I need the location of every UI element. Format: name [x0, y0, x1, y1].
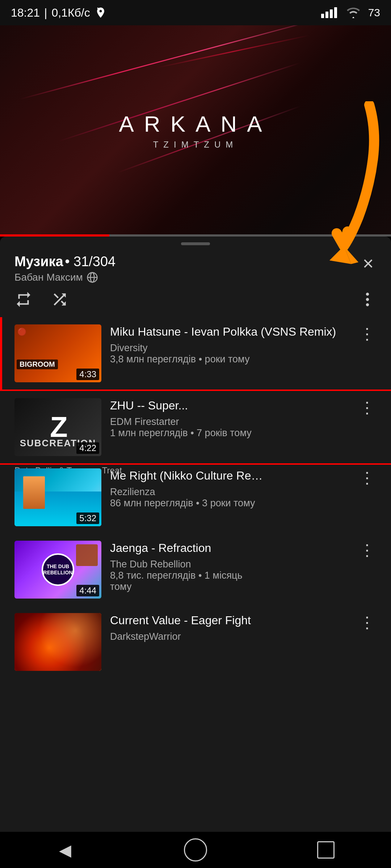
item-title: ZHU -- Super...: [110, 398, 349, 413]
shuffle-icon[interactable]: [51, 290, 69, 309]
item-meta: 8,8 тис. переглядів • 1 місяцьтому: [110, 570, 349, 592]
item-title: Miku Hatsune - Ievan Polkka (VSNS Remix): [110, 324, 349, 340]
thumbnail: [14, 613, 101, 671]
svg-rect-0: [321, 14, 324, 18]
recents-square: [317, 841, 335, 859]
home-circle: [184, 838, 207, 861]
more-options-icon[interactable]: [358, 290, 377, 309]
list-item[interactable]: Z SUBCREATION 4:22 ZHU -- Super... EDM F…: [0, 391, 391, 463]
time-display: 18:21: [11, 6, 40, 20]
panel-title-row: Музика • 31/304: [14, 254, 115, 269]
thumbnail-wrap: [14, 613, 101, 671]
item-info: Jaenga - Refraction The Dub Rebellion 8,…: [110, 541, 349, 592]
laser-decoration: [156, 35, 310, 68]
alarm-icon: [94, 7, 107, 19]
battery-display: 73: [368, 7, 380, 19]
bottom-navigation: ◀: [0, 832, 391, 868]
video-player[interactable]: ARKANA TZIMTZUM: [0, 25, 391, 235]
svg-rect-3: [334, 7, 337, 18]
network-speed-value: 0,1Кб/с: [51, 6, 90, 20]
network-speed: |: [44, 6, 47, 20]
list-item[interactable]: THE DUBREBELLION 4:44 Jaenga - Refractio…: [0, 533, 391, 606]
item-channel: Rezilienza: [110, 486, 349, 498]
thumb-duration: 4:33: [76, 369, 99, 380]
svg-point-9: [366, 303, 369, 306]
signal-icon: [320, 7, 339, 19]
thumbnail-wrap: Z SUBCREATION 4:22: [14, 398, 101, 456]
panel-header: Музика • 31/304 Бабан Максим ×: [0, 245, 391, 290]
item-title: Jaenga - Refraction: [110, 541, 349, 556]
video-sub-title: TZIMTZUM: [119, 140, 272, 150]
item-more-button[interactable]: ⋮: [358, 398, 377, 417]
item-meta: 86 млн переглядів • 3 роки тому: [110, 498, 349, 509]
item-info: ZHU -- Super... EDM Firestarter 1 млн пе…: [110, 398, 349, 439]
item-more-button[interactable]: ⋮: [358, 324, 377, 343]
wifi-icon: [345, 7, 362, 19]
playback-controls: [0, 290, 391, 317]
home-button[interactable]: [181, 835, 210, 864]
item-title: Current Value - Eager Fight: [110, 613, 349, 628]
list-item[interactable]: Current Value - Eager Fight DarkstepWarr…: [0, 606, 391, 678]
thumbnail-wrap: THE DUBREBELLION 4:44: [14, 541, 101, 599]
panel-title-section: Музика • 31/304 Бабан Максим: [14, 254, 115, 283]
item-channel: EDM Firestarter: [110, 416, 349, 427]
item-channel: DarkstepWarrior: [110, 631, 349, 642]
item-more-button[interactable]: ⋮: [358, 613, 377, 631]
panel-author: Бабан Максим: [14, 272, 115, 283]
recents-button[interactable]: [311, 835, 340, 864]
item-meta: 1 млн переглядів • 7 років тому: [110, 427, 349, 439]
item-meta: 3,8 млн переглядів • роки тому: [110, 354, 349, 365]
thumb-duration: 5:32: [76, 512, 99, 524]
svg-point-8: [366, 298, 369, 301]
list-item[interactable]: 🔴 BIGROOM 4:33 Miku Hatsune - Ievan Polk…: [0, 317, 391, 390]
thumb-duration: 4:22: [76, 442, 99, 454]
item-channel: Diversity: [110, 342, 349, 354]
thumb-duration: 4:44: [76, 585, 99, 596]
close-button[interactable]: ×: [360, 254, 377, 273]
item-channel: The Dub Rebellion: [110, 559, 349, 570]
globe-icon: [87, 272, 98, 283]
item-info: Miku Hatsune - Ievan Polkka (VSNS Remix)…: [110, 324, 349, 365]
playlist-container: 🔴 BIGROOM 4:33 Miku Hatsune - Ievan Polk…: [0, 317, 391, 865]
drag-handle[interactable]: [181, 242, 210, 245]
video-title-overlay: ARKANA TZIMTZUM: [119, 111, 272, 150]
thumbnail-wrap: 5:32: [14, 468, 101, 526]
list-item[interactable]: Dota Bellis & Tommy - Treat 5:32 Me Righ…: [0, 465, 391, 533]
repeat-icon[interactable]: [14, 290, 33, 309]
track-count: • 31/304: [65, 254, 115, 269]
svg-rect-2: [330, 9, 333, 18]
thumb-tag: BIGROOM: [17, 359, 58, 369]
playlist-panel: Музика • 31/304 Бабан Максим ×: [0, 237, 391, 868]
status-right: 73: [320, 7, 380, 19]
laser-decoration: [20, 25, 322, 100]
item-info: Current Value - Eager Fight DarkstepWarr…: [110, 613, 349, 642]
svg-rect-1: [325, 12, 328, 18]
item-more-button[interactable]: ⋮: [358, 541, 377, 559]
svg-point-7: [366, 293, 369, 295]
thumbnail-wrap: 🔴 BIGROOM 4:33: [14, 324, 101, 382]
status-bar: 18:21 | 0,1Кб/с 73: [0, 0, 391, 25]
playlist-name: Музика: [14, 254, 63, 269]
video-main-title: ARKANA: [119, 111, 272, 137]
back-button[interactable]: ◀: [51, 835, 80, 864]
status-left: 18:21 | 0,1Кб/с: [11, 6, 107, 20]
